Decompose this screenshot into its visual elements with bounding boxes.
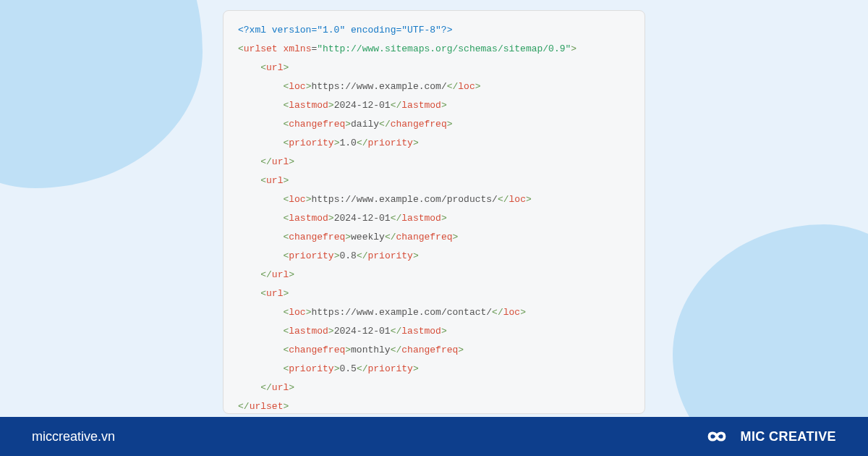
footer-brand-text: MIC CREATIVE	[741, 429, 836, 444]
bg-blob-top-left	[0, 0, 203, 188]
footer-bar: miccreative.vn MIC CREATIVE	[0, 417, 868, 456]
infinity-icon	[702, 426, 732, 447]
xml-code-block: <?xml version="1.0" encoding="UTF-8"?> <…	[238, 21, 631, 414]
footer-brand: MIC CREATIVE	[702, 426, 836, 447]
footer-site-url: miccreative.vn	[32, 429, 115, 444]
xml-code-panel: <?xml version="1.0" encoding="UTF-8"?> <…	[223, 10, 645, 414]
